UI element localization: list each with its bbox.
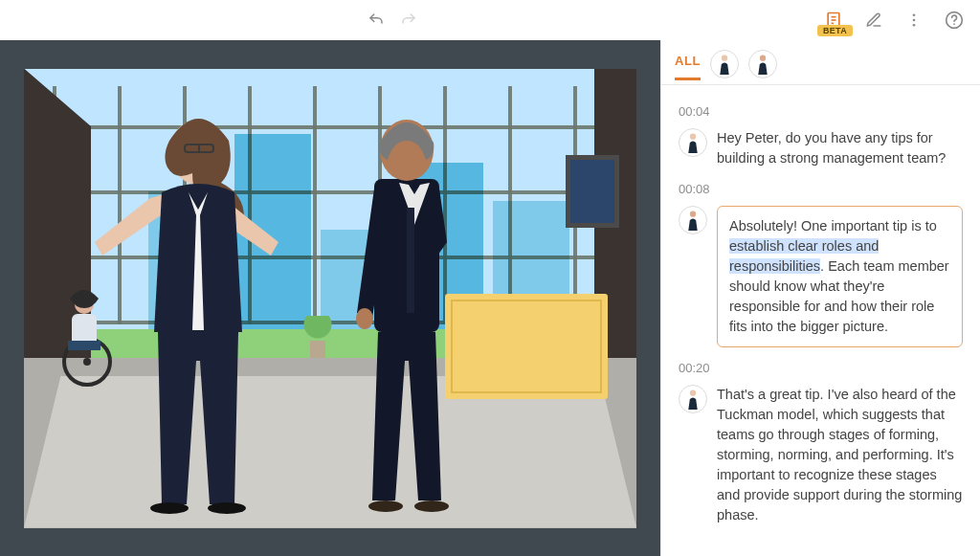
transcript-pane: ALL 00:04 Hey Peter, do you have any tip… (660, 40, 980, 556)
transcript-text: Hey Peter, do you have any tips for buil… (717, 128, 963, 168)
svg-point-8 (953, 23, 955, 25)
svg-point-17 (150, 502, 189, 514)
top-toolbar: BETA (0, 0, 980, 40)
help-circle-icon[interactable] (944, 10, 965, 31)
svg-point-24 (414, 500, 449, 512)
character-man (311, 93, 502, 514)
undo-redo-group (366, 10, 419, 31)
tab-all[interactable]: ALL (675, 54, 701, 80)
beta-badge: BETA (817, 25, 853, 36)
svg-point-28 (690, 211, 696, 217)
svg-point-18 (208, 502, 246, 514)
svg-point-4 (913, 13, 916, 16)
transcript-line[interactable]: That's a great tip. I've also heard of t… (679, 385, 963, 525)
svg-point-5 (913, 19, 916, 22)
transcript-text: Absolutely! One important tip is to esta… (717, 206, 963, 347)
svg-point-6 (913, 24, 916, 27)
svg-point-26 (760, 56, 766, 61)
office-scene-illustration (24, 69, 636, 528)
svg-point-23 (368, 500, 403, 512)
svg-point-27 (690, 134, 696, 140)
undo-icon[interactable] (366, 10, 387, 31)
svg-point-29 (690, 390, 696, 396)
timestamp[interactable]: 00:04 (679, 104, 963, 119)
speaker-avatar-2 (679, 206, 707, 234)
svg-rect-20 (407, 208, 414, 313)
timestamp[interactable]: 00:20 (679, 361, 963, 375)
redo-icon[interactable] (398, 10, 419, 31)
transcript-tabs: ALL (661, 40, 980, 85)
speaker-avatar-1 (679, 128, 707, 157)
notes-button[interactable]: BETA (823, 10, 844, 31)
timestamp[interactable]: 00:08 (679, 182, 963, 196)
speaker-filter-1[interactable] (710, 50, 739, 78)
character-woman (81, 93, 292, 514)
transcript-line-active[interactable]: Absolutely! One important tip is to esta… (679, 206, 963, 347)
speaker-filter-2[interactable] (748, 50, 777, 78)
transcript-text: That's a great tip. I've also heard of t… (717, 385, 963, 525)
more-vertical-icon[interactable] (903, 10, 924, 31)
svg-point-25 (722, 56, 727, 61)
transcript-line[interactable]: Hey Peter, do you have any tips for buil… (679, 128, 963, 168)
pencil-icon[interactable] (863, 10, 884, 31)
main-split: ALL 00:04 Hey Peter, do you have any tip… (0, 40, 980, 556)
app-root: BETA (0, 0, 980, 556)
video-canvas[interactable] (0, 40, 660, 556)
svg-point-22 (356, 308, 373, 329)
transcript-body[interactable]: 00:04 Hey Peter, do you have any tips fo… (661, 85, 980, 556)
toolbar-right: BETA (823, 10, 965, 31)
wall-picture (566, 155, 619, 228)
speaker-avatar-1 (679, 385, 707, 413)
